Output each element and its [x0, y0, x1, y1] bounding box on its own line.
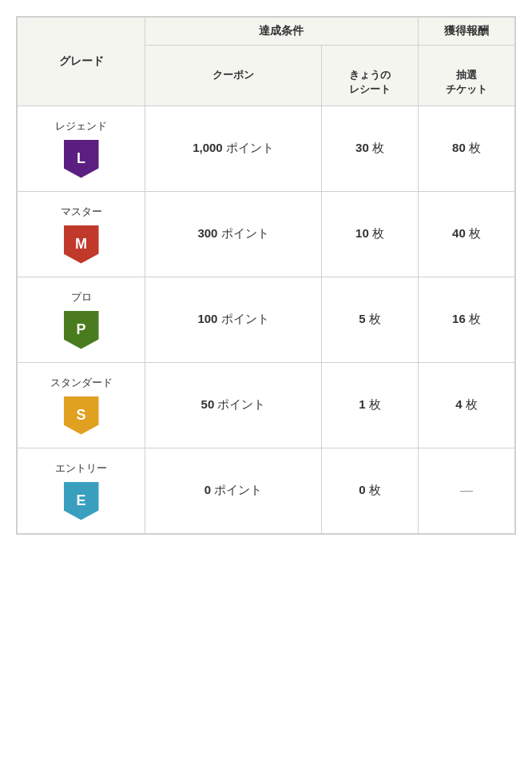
- coupon-value: 1,000: [193, 141, 223, 154]
- grade-area: エントリー E: [24, 461, 138, 520]
- receipt-cell-0: 30 枚: [321, 106, 418, 191]
- coupon-unit: ポイント: [221, 226, 269, 240]
- ticket-unit: 枚: [469, 226, 481, 240]
- receipt-cell-3: 1 枚: [321, 362, 418, 448]
- grade-name: プロ: [71, 290, 92, 305]
- receipt-value: 10: [355, 226, 369, 240]
- ticket-cell-0: 80 枚: [418, 106, 514, 191]
- grade-area: レジェンド L: [24, 119, 138, 178]
- receipt-value: 0: [359, 483, 365, 496]
- ticket-unit: 枚: [466, 397, 478, 411]
- ticket-sub-header: 抽選チケット: [418, 46, 514, 106]
- reward-column-header: 獲得報酬: [418, 18, 514, 46]
- receipt-cell-4: 0 枚: [321, 448, 418, 533]
- grade-badge: M: [64, 225, 99, 264]
- grade-badge: S: [64, 396, 99, 435]
- coupon-cell-4: 0 ポイント: [145, 448, 322, 533]
- receipt-sub-header: きょうのレシート: [321, 46, 418, 106]
- ticket-value: 4: [455, 397, 462, 411]
- coupon-unit: ポイント: [217, 397, 265, 411]
- grade-cell-3: スタンダード S: [18, 362, 145, 448]
- grade-name: マスター: [61, 205, 102, 219]
- coupon-unit: ポイント: [221, 312, 269, 325]
- grade-name: エントリー: [55, 461, 107, 476]
- achievement-column-header: 達成条件: [145, 18, 419, 46]
- grade-cell-4: エントリー E: [18, 448, 145, 533]
- grade-badge: L: [64, 140, 99, 178]
- coupon-cell-1: 300 ポイント: [145, 191, 322, 277]
- receipt-unit: 枚: [369, 483, 381, 496]
- ticket-cell-2: 16 枚: [418, 277, 514, 362]
- receipt-value: 5: [359, 312, 365, 325]
- ticket-dash: —: [460, 484, 473, 497]
- grade-area: マスター M: [24, 205, 138, 264]
- grade-table: グレード 達成条件 獲得報酬 クーポン きょうのレシート 抽選チケット: [16, 16, 516, 535]
- ticket-unit: 枚: [469, 141, 481, 154]
- receipt-value: 1: [359, 397, 365, 411]
- ticket-cell-3: 4 枚: [418, 362, 514, 448]
- grade-badge: E: [64, 482, 99, 520]
- coupon-value: 300: [197, 226, 217, 240]
- coupon-unit: ポイント: [226, 141, 274, 154]
- ticket-value: 40: [452, 226, 466, 240]
- grade-area: スタンダード S: [24, 376, 138, 435]
- receipt-cell-2: 5 枚: [321, 277, 418, 362]
- ticket-cell-1: 40 枚: [418, 191, 514, 277]
- coupon-value: 0: [204, 483, 211, 496]
- ticket-unit: 枚: [469, 312, 481, 325]
- ticket-cell-4: —: [418, 448, 514, 533]
- ticket-value: 80: [452, 141, 466, 154]
- receipt-value: 30: [355, 141, 369, 154]
- grade-cell-0: レジェンド L: [18, 106, 145, 191]
- coupon-unit: ポイント: [214, 483, 262, 496]
- coupon-sub-header: クーポン: [145, 46, 322, 106]
- ticket-value: 16: [452, 312, 466, 325]
- receipt-unit: 枚: [369, 397, 381, 411]
- grade-cell-2: プロ P: [18, 277, 145, 362]
- grade-name: レジェンド: [55, 119, 107, 133]
- coupon-cell-3: 50 ポイント: [145, 362, 322, 448]
- grade-name: スタンダード: [50, 376, 113, 390]
- coupon-cell-2: 100 ポイント: [145, 277, 322, 362]
- grade-cell-1: マスター M: [18, 191, 145, 277]
- coupon-value: 100: [197, 312, 217, 325]
- receipt-cell-1: 10 枚: [321, 191, 418, 277]
- coupon-cell-0: 1,000 ポイント: [145, 106, 322, 191]
- receipt-unit: 枚: [372, 141, 384, 154]
- grade-column-header: グレード: [18, 18, 145, 106]
- grade-area: プロ P: [24, 290, 138, 349]
- receipt-unit: 枚: [372, 226, 384, 240]
- coupon-value: 50: [201, 397, 215, 411]
- grade-badge: P: [64, 311, 99, 349]
- receipt-unit: 枚: [369, 312, 381, 325]
